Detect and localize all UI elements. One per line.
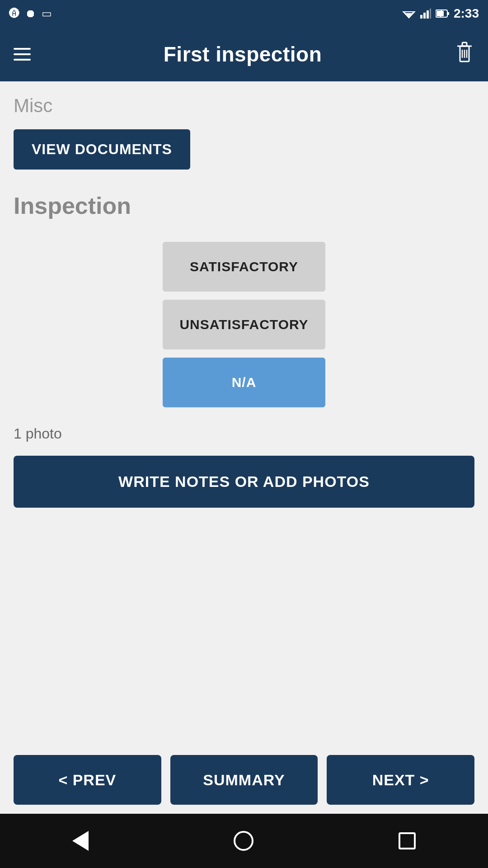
- battery-icon: [436, 9, 449, 18]
- main-content: Misc VIEW DOCUMENTS Inspection SATISFACT…: [0, 81, 488, 814]
- wifi-icon: [402, 9, 416, 19]
- back-icon: [72, 831, 89, 851]
- recents-button[interactable]: [399, 832, 416, 849]
- misc-label: Misc: [14, 95, 474, 117]
- inspection-options: SATISFACTORY UNSATISFACTORY N/A: [14, 242, 474, 407]
- status-right: 2:33: [402, 6, 479, 21]
- navigation-buttons: < PREV SUMMARY NEXT >: [14, 755, 474, 805]
- next-button[interactable]: NEXT >: [327, 755, 474, 805]
- clock: 2:33: [454, 6, 479, 21]
- prev-button[interactable]: < PREV: [14, 755, 161, 805]
- recents-icon: [399, 832, 416, 849]
- status-bar: 🅐 ⏺ ▭ 2:33: [0, 0, 488, 27]
- svg-rect-13: [462, 42, 467, 46]
- page-title: First inspection: [164, 42, 322, 66]
- svg-rect-6: [430, 9, 431, 19]
- view-documents-button[interactable]: VIEW DOCUMENTS: [14, 129, 190, 170]
- sd-icon: ▭: [42, 7, 52, 20]
- write-notes-button[interactable]: WRITE NOTES OR ADD PHOTOS: [14, 456, 474, 508]
- svg-rect-3: [420, 15, 422, 19]
- inspection-section: Inspection SATISFACTORY UNSATISFACTORY N…: [14, 192, 474, 521]
- misc-section: Misc VIEW DOCUMENTS: [14, 95, 474, 192]
- menu-button[interactable]: [14, 48, 31, 61]
- bottom-nav: [0, 814, 488, 868]
- satisfactory-button[interactable]: SATISFACTORY: [163, 242, 325, 292]
- svg-rect-5: [427, 10, 429, 19]
- na-button[interactable]: N/A: [163, 358, 325, 407]
- inspection-label: Inspection: [14, 192, 474, 219]
- home-button[interactable]: [234, 831, 253, 851]
- app-icon-a: 🅐: [9, 7, 20, 20]
- svg-rect-4: [423, 13, 426, 19]
- summary-button[interactable]: SUMMARY: [170, 755, 318, 805]
- app-bar: First inspection: [0, 27, 488, 81]
- unsatisfactory-button[interactable]: UNSATISFACTORY: [163, 300, 325, 349]
- svg-rect-8: [447, 12, 449, 15]
- delete-button[interactable]: [455, 41, 474, 68]
- photo-count: 1 photo: [14, 425, 474, 442]
- signal-icon: [420, 9, 431, 19]
- status-icons: 🅐 ⏺ ▭: [9, 7, 52, 20]
- back-button[interactable]: [72, 831, 89, 851]
- home-icon: [234, 831, 253, 851]
- record-icon: ⏺: [25, 7, 36, 20]
- svg-rect-9: [436, 11, 444, 16]
